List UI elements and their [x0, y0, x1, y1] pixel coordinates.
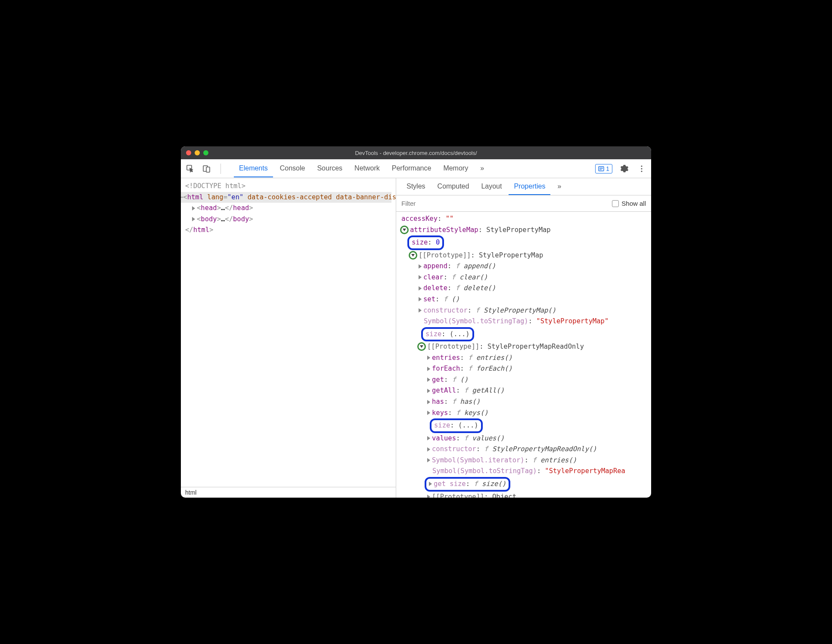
prop-clear[interactable]: clear: f clear(): [401, 272, 646, 283]
prop-keys[interactable]: keys: f keys(): [401, 408, 646, 419]
tab-more[interactable]: »: [475, 160, 489, 177]
prop-prototype-1[interactable]: [[Prototype]]: StylePropertyMap: [410, 250, 646, 261]
tab-sources[interactable]: Sources: [312, 160, 348, 177]
expand-down-icon[interactable]: [400, 226, 409, 234]
main-tabs: Elements Console Sources Network Perform…: [234, 160, 489, 177]
issues-icon: [598, 166, 604, 172]
side-tabs: Styles Computed Layout Properties »: [396, 178, 651, 195]
dom-body-element[interactable]: <body>…</body>: [185, 214, 391, 225]
prop-get-size[interactable]: get size: f size(): [401, 477, 646, 492]
prop-getall[interactable]: getAll: f getAll(): [401, 385, 646, 396]
dom-html-element[interactable]: ⋯<html lang="en" data-cookies-accepted d…: [181, 192, 391, 203]
prop-accesskey[interactable]: accessKey: "": [401, 214, 646, 225]
window-controls: [186, 150, 208, 155]
devtools-window: DevTools - developer.chrome.com/docs/dev…: [181, 146, 651, 498]
prop-size-dots-2[interactable]: size: (...): [401, 418, 646, 433]
prop-set[interactable]: set: f (): [401, 294, 646, 305]
prop-constructor-2[interactable]: constructor: f StylePropertyMapReadOnly(…: [401, 444, 646, 455]
dom-html-close[interactable]: </html>: [185, 225, 391, 236]
prop-values[interactable]: values: f values(): [401, 433, 646, 444]
dom-tree[interactable]: <!DOCTYPE html> ⋯<html lang="en" data-co…: [181, 178, 396, 487]
svg-point-4: [641, 165, 642, 167]
tab-console[interactable]: Console: [275, 160, 310, 177]
issues-badge[interactable]: 1: [595, 164, 612, 173]
tab-elements[interactable]: Elements: [234, 160, 273, 177]
dom-head-element[interactable]: <head>…</head>: [185, 203, 391, 214]
toolbar-divider: [220, 164, 221, 174]
expand-icon[interactable]: [192, 206, 195, 211]
main-toolbar: Elements Console Sources Network Perform…: [181, 159, 651, 178]
inspect-element-icon[interactable]: [185, 164, 196, 174]
prop-delete[interactable]: delete: f delete(): [401, 283, 646, 294]
tab-network[interactable]: Network: [349, 160, 385, 177]
prop-constructor-1[interactable]: constructor: f StylePropertyMap(): [401, 305, 646, 316]
filter-bar: Show all: [396, 195, 651, 212]
show-all-label: Show all: [621, 200, 646, 207]
show-all-checkbox[interactable]: Show all: [612, 200, 646, 207]
side-tab-more[interactable]: »: [552, 179, 566, 195]
prop-entries[interactable]: entries: f entries(): [401, 353, 646, 364]
issues-count: 1: [606, 165, 609, 172]
svg-point-6: [641, 170, 642, 172]
prop-symbol-tag-2[interactable]: Symbol(Symbol.toStringTag): "StyleProper…: [401, 466, 646, 477]
checkbox-icon[interactable]: [612, 200, 619, 207]
expand-down-icon[interactable]: [409, 251, 417, 260]
dom-doctype[interactable]: <!DOCTYPE html>: [185, 181, 391, 192]
sidebar-panel: Styles Computed Layout Properties » Show…: [396, 178, 651, 498]
device-toggle-icon[interactable]: [202, 164, 212, 174]
prop-symbol-tag-1[interactable]: Symbol(Symbol.toStringTag): "StyleProper…: [401, 316, 646, 327]
tab-memory[interactable]: Memory: [438, 160, 473, 177]
content-area: <!DOCTYPE html> ⋯<html lang="en" data-co…: [181, 178, 651, 498]
side-tab-styles[interactable]: Styles: [401, 179, 431, 195]
prop-get[interactable]: get: f (): [401, 375, 646, 386]
kebab-menu-icon[interactable]: [636, 164, 647, 174]
svg-rect-2: [206, 167, 210, 172]
prop-prototype-3[interactable]: [[Prototype]]: Object: [401, 492, 646, 498]
breadcrumb[interactable]: html: [181, 487, 396, 498]
side-tab-layout[interactable]: Layout: [476, 179, 507, 195]
prop-size-dots-1[interactable]: size: (...): [401, 327, 646, 342]
maximize-window-button[interactable]: [203, 150, 208, 155]
prop-prototype-2[interactable]: [[Prototype]]: StylePropertyMapReadOnly: [419, 341, 646, 353]
settings-icon[interactable]: [619, 164, 630, 174]
expand-icon[interactable]: [192, 217, 195, 221]
prop-symbol-iterator[interactable]: Symbol(Symbol.iterator): f entries(): [401, 455, 646, 466]
prop-attributestylemap[interactable]: attributeStyleMap: StylePropertyMap: [401, 225, 646, 236]
prop-append[interactable]: append: f append(): [401, 261, 646, 272]
svg-point-5: [641, 168, 642, 169]
close-window-button[interactable]: [186, 150, 191, 155]
titlebar: DevTools - developer.chrome.com/docs/dev…: [181, 146, 651, 159]
tab-performance[interactable]: Performance: [387, 160, 437, 177]
side-tab-properties[interactable]: Properties: [509, 179, 550, 195]
properties-tree[interactable]: accessKey: "" attributeStyleMap: StylePr…: [396, 212, 651, 498]
side-tab-computed[interactable]: Computed: [432, 179, 475, 195]
elements-panel: <!DOCTYPE html> ⋯<html lang="en" data-co…: [181, 178, 396, 498]
minimize-window-button[interactable]: [195, 150, 200, 155]
filter-input[interactable]: [401, 200, 612, 207]
prop-size-0[interactable]: size: 0: [401, 235, 646, 250]
prop-foreach[interactable]: forEach: f forEach(): [401, 363, 646, 375]
window-title: DevTools - developer.chrome.com/docs/dev…: [355, 150, 477, 156]
prop-has[interactable]: has: f has(): [401, 396, 646, 408]
